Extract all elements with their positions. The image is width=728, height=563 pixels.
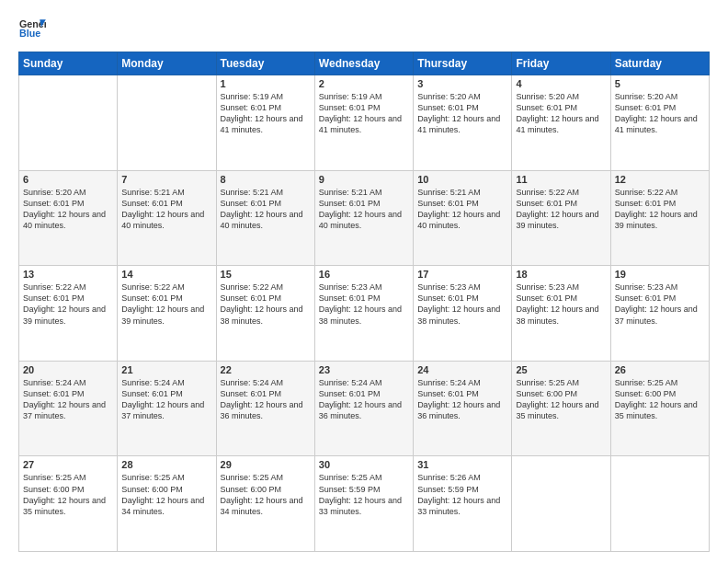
day-detail: Sunrise: 5:22 AMSunset: 6:01 PMDaylight:… bbox=[121, 282, 211, 327]
calendar-cell bbox=[118, 75, 216, 171]
logo: General Blue bbox=[18, 17, 46, 42]
svg-text:Blue: Blue bbox=[19, 28, 40, 39]
calendar-cell bbox=[610, 456, 709, 552]
calendar-cell: 21Sunrise: 5:24 AMSunset: 6:01 PMDayligh… bbox=[118, 361, 216, 456]
day-detail: Sunrise: 5:23 AMSunset: 6:01 PMDaylight:… bbox=[417, 282, 507, 327]
day-detail: Sunrise: 5:24 AMSunset: 6:01 PMDaylight:… bbox=[121, 377, 211, 422]
day-detail: Sunrise: 5:25 AMSunset: 6:00 PMDaylight:… bbox=[23, 472, 113, 517]
day-number: 13 bbox=[23, 269, 113, 280]
day-number: 26 bbox=[615, 364, 705, 375]
day-number: 27 bbox=[23, 459, 113, 470]
calendar-cell: 2Sunrise: 5:19 AMSunset: 6:01 PMDaylight… bbox=[314, 75, 413, 171]
calendar-cell: 28Sunrise: 5:25 AMSunset: 6:00 PMDayligh… bbox=[118, 456, 216, 552]
day-detail: Sunrise: 5:20 AMSunset: 6:01 PMDaylight:… bbox=[23, 187, 113, 232]
day-detail: Sunrise: 5:22 AMSunset: 6:01 PMDaylight:… bbox=[615, 187, 705, 232]
day-number: 2 bbox=[319, 78, 409, 89]
calendar-cell: 3Sunrise: 5:20 AMSunset: 6:01 PMDaylight… bbox=[414, 75, 512, 171]
calendar-cell: 5Sunrise: 5:20 AMSunset: 6:01 PMDaylight… bbox=[610, 75, 709, 171]
day-detail: Sunrise: 5:22 AMSunset: 6:01 PMDaylight:… bbox=[221, 282, 311, 327]
calendar-cell: 7Sunrise: 5:21 AMSunset: 6:01 PMDaylight… bbox=[118, 170, 216, 266]
calendar-cell: 30Sunrise: 5:25 AMSunset: 5:59 PMDayligh… bbox=[314, 456, 413, 552]
day-detail: Sunrise: 5:22 AMSunset: 6:01 PMDaylight:… bbox=[23, 282, 113, 327]
day-number: 24 bbox=[417, 364, 507, 375]
day-number: 9 bbox=[319, 174, 409, 185]
weekday-header-cell: Friday bbox=[512, 52, 610, 75]
weekday-header-cell: Wednesday bbox=[314, 52, 413, 75]
day-number: 18 bbox=[516, 269, 606, 280]
calendar-cell: 6Sunrise: 5:20 AMSunset: 6:01 PMDaylight… bbox=[19, 170, 118, 266]
day-detail: Sunrise: 5:24 AMSunset: 6:01 PMDaylight:… bbox=[417, 377, 507, 422]
day-detail: Sunrise: 5:23 AMSunset: 6:01 PMDaylight:… bbox=[615, 282, 705, 327]
weekday-header-cell: Saturday bbox=[610, 52, 709, 75]
day-detail: Sunrise: 5:26 AMSunset: 5:59 PMDaylight:… bbox=[417, 472, 507, 517]
day-number: 8 bbox=[221, 174, 311, 185]
calendar-cell: 17Sunrise: 5:23 AMSunset: 6:01 PMDayligh… bbox=[414, 266, 512, 362]
day-number: 22 bbox=[221, 364, 311, 375]
calendar-week-row: 1Sunrise: 5:19 AMSunset: 6:01 PMDaylight… bbox=[19, 75, 710, 171]
weekday-header-cell: Thursday bbox=[414, 52, 512, 75]
weekday-header-cell: Tuesday bbox=[216, 52, 314, 75]
day-number: 15 bbox=[221, 269, 311, 280]
page: General Blue SundayMondayTuesdayWednesda… bbox=[0, 0, 728, 563]
day-number: 14 bbox=[121, 269, 211, 280]
day-number: 7 bbox=[121, 174, 211, 185]
day-detail: Sunrise: 5:19 AMSunset: 6:01 PMDaylight:… bbox=[319, 91, 409, 136]
calendar-cell bbox=[19, 75, 118, 171]
day-detail: Sunrise: 5:23 AMSunset: 6:01 PMDaylight:… bbox=[516, 282, 606, 327]
day-number: 3 bbox=[417, 78, 507, 89]
day-detail: Sunrise: 5:24 AMSunset: 6:01 PMDaylight:… bbox=[23, 377, 113, 422]
day-detail: Sunrise: 5:21 AMSunset: 6:01 PMDaylight:… bbox=[121, 187, 211, 232]
day-number: 31 bbox=[417, 459, 507, 470]
calendar-cell: 20Sunrise: 5:24 AMSunset: 6:01 PMDayligh… bbox=[19, 361, 118, 456]
calendar-cell: 8Sunrise: 5:21 AMSunset: 6:01 PMDaylight… bbox=[216, 170, 314, 266]
day-detail: Sunrise: 5:24 AMSunset: 6:01 PMDaylight:… bbox=[221, 377, 311, 422]
day-detail: Sunrise: 5:25 AMSunset: 6:00 PMDaylight:… bbox=[121, 472, 211, 517]
calendar-cell: 1Sunrise: 5:19 AMSunset: 6:01 PMDaylight… bbox=[216, 75, 314, 171]
day-number: 11 bbox=[516, 174, 606, 185]
calendar-week-row: 13Sunrise: 5:22 AMSunset: 6:01 PMDayligh… bbox=[19, 266, 710, 362]
calendar-body: 1Sunrise: 5:19 AMSunset: 6:01 PMDaylight… bbox=[19, 75, 710, 552]
day-number: 12 bbox=[615, 174, 705, 185]
calendar-cell: 31Sunrise: 5:26 AMSunset: 5:59 PMDayligh… bbox=[414, 456, 512, 552]
logo-icon: General Blue bbox=[18, 17, 46, 42]
calendar-week-row: 6Sunrise: 5:20 AMSunset: 6:01 PMDaylight… bbox=[19, 170, 710, 266]
calendar-cell: 14Sunrise: 5:22 AMSunset: 6:01 PMDayligh… bbox=[118, 266, 216, 362]
day-number: 23 bbox=[319, 364, 409, 375]
calendar-cell: 10Sunrise: 5:21 AMSunset: 6:01 PMDayligh… bbox=[414, 170, 512, 266]
weekday-header-row: SundayMondayTuesdayWednesdayThursdayFrid… bbox=[19, 52, 710, 75]
calendar-cell: 23Sunrise: 5:24 AMSunset: 6:01 PMDayligh… bbox=[314, 361, 413, 456]
day-number: 30 bbox=[319, 459, 409, 470]
calendar-cell: 18Sunrise: 5:23 AMSunset: 6:01 PMDayligh… bbox=[512, 266, 610, 362]
day-number: 28 bbox=[121, 459, 211, 470]
calendar-cell: 25Sunrise: 5:25 AMSunset: 6:00 PMDayligh… bbox=[512, 361, 610, 456]
calendar-week-row: 27Sunrise: 5:25 AMSunset: 6:00 PMDayligh… bbox=[19, 456, 710, 552]
day-detail: Sunrise: 5:19 AMSunset: 6:01 PMDaylight:… bbox=[221, 91, 311, 136]
calendar-cell: 29Sunrise: 5:25 AMSunset: 6:00 PMDayligh… bbox=[216, 456, 314, 552]
calendar-cell: 19Sunrise: 5:23 AMSunset: 6:01 PMDayligh… bbox=[610, 266, 709, 362]
header: General Blue bbox=[18, 17, 710, 42]
day-detail: Sunrise: 5:25 AMSunset: 5:59 PMDaylight:… bbox=[319, 472, 409, 517]
calendar-cell: 9Sunrise: 5:21 AMSunset: 6:01 PMDaylight… bbox=[314, 170, 413, 266]
day-detail: Sunrise: 5:20 AMSunset: 6:01 PMDaylight:… bbox=[417, 91, 507, 136]
day-number: 16 bbox=[319, 269, 409, 280]
calendar-cell: 24Sunrise: 5:24 AMSunset: 6:01 PMDayligh… bbox=[414, 361, 512, 456]
calendar-cell: 13Sunrise: 5:22 AMSunset: 6:01 PMDayligh… bbox=[19, 266, 118, 362]
day-detail: Sunrise: 5:23 AMSunset: 6:01 PMDaylight:… bbox=[319, 282, 409, 327]
calendar-table: SundayMondayTuesdayWednesdayThursdayFrid… bbox=[18, 52, 710, 552]
day-detail: Sunrise: 5:25 AMSunset: 6:00 PMDaylight:… bbox=[615, 377, 705, 422]
day-detail: Sunrise: 5:24 AMSunset: 6:01 PMDaylight:… bbox=[319, 377, 409, 422]
day-detail: Sunrise: 5:20 AMSunset: 6:01 PMDaylight:… bbox=[516, 91, 606, 136]
calendar-cell bbox=[512, 456, 610, 552]
calendar-cell: 11Sunrise: 5:22 AMSunset: 6:01 PMDayligh… bbox=[512, 170, 610, 266]
day-number: 21 bbox=[121, 364, 211, 375]
day-number: 4 bbox=[516, 78, 606, 89]
calendar-cell: 22Sunrise: 5:24 AMSunset: 6:01 PMDayligh… bbox=[216, 361, 314, 456]
day-detail: Sunrise: 5:21 AMSunset: 6:01 PMDaylight:… bbox=[319, 187, 409, 232]
day-detail: Sunrise: 5:21 AMSunset: 6:01 PMDaylight:… bbox=[417, 187, 507, 232]
calendar-cell: 15Sunrise: 5:22 AMSunset: 6:01 PMDayligh… bbox=[216, 266, 314, 362]
calendar-cell: 27Sunrise: 5:25 AMSunset: 6:00 PMDayligh… bbox=[19, 456, 118, 552]
calendar-cell: 16Sunrise: 5:23 AMSunset: 6:01 PMDayligh… bbox=[314, 266, 413, 362]
day-number: 20 bbox=[23, 364, 113, 375]
weekday-header-cell: Monday bbox=[118, 52, 216, 75]
day-number: 10 bbox=[417, 174, 507, 185]
